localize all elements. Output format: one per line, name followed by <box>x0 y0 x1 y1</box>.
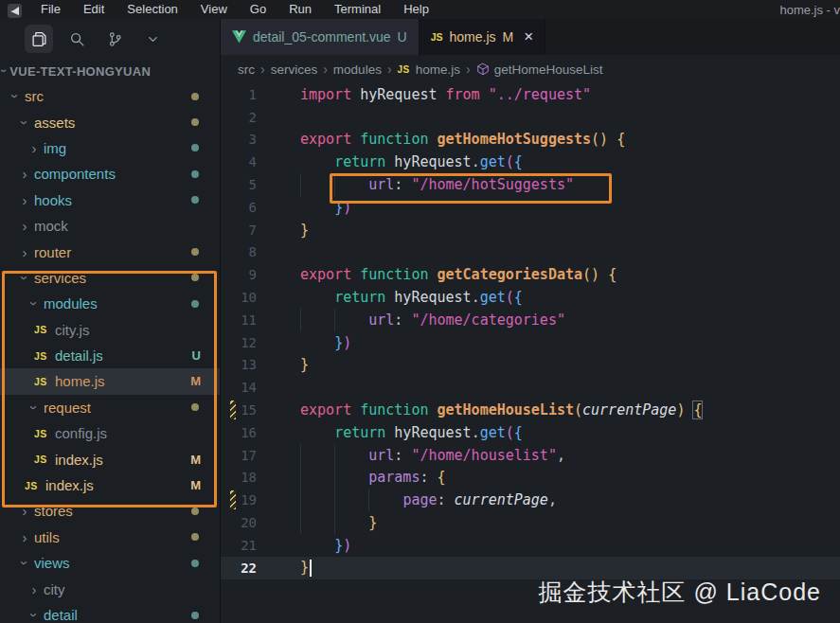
tree-item-detail[interactable]: ›detail <box>0 602 220 623</box>
breadcrumb-item-services[interactable]: services <box>271 62 318 77</box>
tree-item-config-js[interactable]: JSconfig.js <box>0 420 220 446</box>
code-line-5[interactable]: 5 url: "/home/hotSuggests" <box>221 173 840 196</box>
menu-bar: FileEditSelectionViewGoRunTerminalHelp <box>29 2 440 19</box>
breadcrumb-item-modules[interactable]: modules <box>333 62 382 77</box>
code-line-18[interactable]: 18 params: { <box>221 467 840 490</box>
code-line-19[interactable]: 19 page: currentPage, <box>221 489 840 511</box>
code-line-11[interactable]: 11 url: "/home/categories" <box>221 309 840 331</box>
code-text: }) <box>300 334 351 351</box>
chevron-right-icon: › <box>15 504 34 518</box>
line-number: 6 <box>221 200 276 215</box>
code-line-14[interactable]: 14 <box>221 376 840 399</box>
tree-item-assets[interactable]: ›assets <box>0 109 220 134</box>
indent-guide <box>334 309 335 331</box>
line-number: 11 <box>221 312 276 328</box>
code-line-3[interactable]: 3export function getHomeHotSuggests() { <box>221 129 840 151</box>
tree-item-label: utils <box>34 529 60 545</box>
code-line-15[interactable]: 15export function getHomeHouseList(curre… <box>221 399 840 421</box>
code-line-10[interactable]: 10 return hyRequest.get({ <box>221 286 840 309</box>
code-line-2[interactable]: 2 <box>221 106 840 129</box>
indent-guide <box>300 173 301 196</box>
tree-item-mock[interactable]: ›mock <box>0 213 220 239</box>
line-number: 5 <box>221 177 276 192</box>
chevron-down-icon[interactable] <box>138 25 167 53</box>
close-icon[interactable]: × <box>524 27 533 46</box>
search-icon[interactable] <box>63 25 91 53</box>
code-text: } <box>300 222 309 239</box>
code-line-13[interactable]: 13} <box>221 354 840 377</box>
code-line-17[interactable]: 17 url: "/home/houselist", <box>221 444 840 467</box>
js-file-icon: JS <box>34 324 55 335</box>
tab-detail_05-comment.vue[interactable]: detail_05-comment.vueU <box>221 19 420 55</box>
indent-guide <box>300 444 301 467</box>
code-text: page: currentPage, <box>300 491 557 508</box>
code-line-12[interactable]: 12 }) <box>221 331 840 354</box>
tree-item-img[interactable]: ›img <box>0 135 220 161</box>
line-number: 12 <box>221 335 276 350</box>
source-control-icon[interactable] <box>100 25 129 53</box>
breadcrumb[interactable]: src›services›modules›JShome.js›getHomeHo… <box>221 55 840 83</box>
tree-item-city-js[interactable]: JScity.js <box>0 317 220 343</box>
tree-item-index-js[interactable]: JSindex.jsM <box>0 446 220 472</box>
tree-item-label: compontents <box>34 166 116 182</box>
tree-item-compontents[interactable]: ›compontents <box>0 161 220 187</box>
menu-item-terminal[interactable]: Terminal <box>323 2 392 19</box>
code-editor[interactable]: 1import hyRequest from "../request"23exp… <box>221 83 840 623</box>
tree-item-index-js[interactable]: JSindex.jsM <box>0 472 220 498</box>
code-line-21[interactable]: 21 }) <box>221 534 840 557</box>
menu-item-go[interactable]: Go <box>239 2 277 19</box>
git-status-dot <box>191 612 199 619</box>
tree-item-modules[interactable]: ›modules <box>0 291 220 316</box>
menu-item-edit[interactable]: Edit <box>72 2 116 19</box>
breadcrumb-symbol[interactable]: getHomeHouseList <box>476 62 603 77</box>
code-line-1[interactable]: 1import hyRequest from "../request" <box>221 83 840 106</box>
breadcrumb-item-file[interactable]: home.js <box>416 62 460 77</box>
code-line-6[interactable]: 6 }) <box>221 196 840 219</box>
tree-item-src[interactable]: ›src <box>0 83 220 109</box>
code-line-8[interactable]: 8 <box>221 241 840 264</box>
line-number: 8 <box>221 244 276 259</box>
watermark: 掘金技术社区 @ LiaCode <box>539 577 821 608</box>
indent-guide <box>334 467 335 490</box>
tree-item-label: mock <box>34 218 68 234</box>
code-line-16[interactable]: 16 return hyRequest.get({ <box>221 421 840 444</box>
menu-item-help[interactable]: Help <box>392 2 440 19</box>
tab-home.js[interactable]: JShome.jsM× <box>420 19 545 55</box>
tree-item-utils[interactable]: ›utils <box>0 525 220 550</box>
tree-item-home-js[interactable]: JShome.jsM <box>0 368 220 394</box>
line-number: 18 <box>221 470 276 485</box>
chevron-right-icon: › <box>15 245 34 259</box>
code-line-22[interactable]: 22} <box>221 557 840 579</box>
breadcrumb-item-src[interactable]: src <box>238 62 255 77</box>
files-icon[interactable] <box>25 25 53 53</box>
tab-bar: detail_05-comment.vueUJShome.jsM× <box>221 19 840 55</box>
menu-item-file[interactable]: File <box>29 2 72 19</box>
tree-item-stores[interactable]: ›stores <box>0 498 220 524</box>
menu-item-view[interactable]: View <box>189 2 239 19</box>
tree-item-router[interactable]: ›router <box>0 239 220 264</box>
line-number: 22 <box>221 561 276 576</box>
tree-item-city[interactable]: ›city <box>0 576 220 601</box>
tree-item-hooks[interactable]: ›hooks <box>0 187 220 213</box>
tree-item-views[interactable]: ›views <box>0 550 220 576</box>
tree-item-services[interactable]: ›services <box>0 265 220 291</box>
tree-item-label: city.js <box>55 322 89 338</box>
code-line-7[interactable]: 7} <box>221 219 840 241</box>
menu-item-run[interactable]: Run <box>277 2 323 19</box>
tree-item-label: services <box>34 270 86 286</box>
menu-item-selection[interactable]: Selection <box>116 2 188 19</box>
title-bar: FileEditSelectionViewGoRunTerminalHelp h… <box>0 0 840 19</box>
sidebar-toolbar <box>0 19 220 59</box>
git-status-badge: M <box>190 453 201 467</box>
code-line-4[interactable]: 4 return hyRequest.get({ <box>221 151 840 173</box>
git-status-dot <box>191 170 199 178</box>
indent-guide <box>300 489 301 511</box>
chevron-down-icon: › <box>18 268 32 287</box>
code-line-20[interactable]: 20 } <box>221 511 840 534</box>
code-line-9[interactable]: 9export function getCategoriesData() { <box>221 263 840 286</box>
js-file-icon: JS <box>34 350 55 362</box>
tree-item-detail-js[interactable]: JSdetail.jsU <box>0 343 220 368</box>
workspace-header[interactable]: › VUE-TEXT-HONGYUAN <box>0 59 220 83</box>
tree-item-request[interactable]: ›request <box>0 395 220 420</box>
tree-item-label: config.js <box>55 425 107 441</box>
